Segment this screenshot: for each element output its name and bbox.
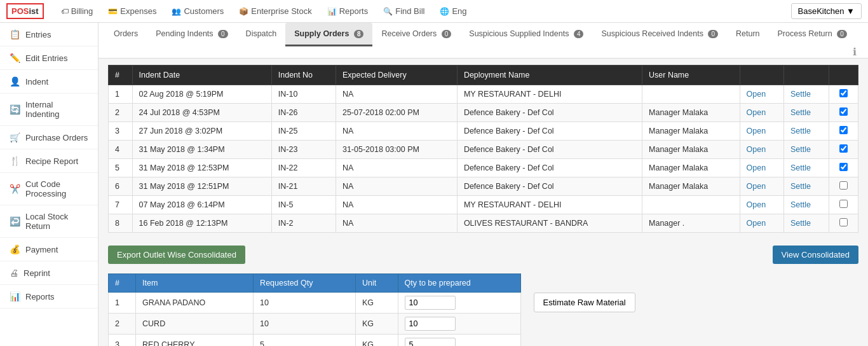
settle-button[interactable]: Settle <box>790 145 811 154</box>
cell-open[interactable]: Open <box>740 141 783 159</box>
cell-expected-delivery: 31-05-2018 03:00 PM <box>336 141 457 159</box>
tab-supply-orders[interactable]: Supply Orders 8 <box>285 23 372 46</box>
row-checkbox[interactable] <box>839 181 848 190</box>
tab-suspicious-received[interactable]: Suspicious Received Indents 0 <box>592 23 727 46</box>
cell-open[interactable]: Open <box>740 214 783 233</box>
nav-find-bill[interactable]: 🔍Find Bill <box>376 0 432 23</box>
sidebar-item-entries[interactable]: 📋 Entries <box>0 23 98 46</box>
cell-checkbox[interactable] <box>829 196 858 214</box>
settle-button[interactable]: Settle <box>790 127 811 135</box>
cell-settle[interactable]: Settle <box>783 141 829 159</box>
sub-cell-qty-prep[interactable] <box>398 335 520 347</box>
sidebar-item-reports[interactable]: 📊 Reports <box>0 285 98 308</box>
sub-col-qty-prepared: Qty to be prepared <box>398 274 520 293</box>
sidebar-item-edit-entries[interactable]: ✏️ Edit Entries <box>0 46 98 70</box>
open-button[interactable]: Open <box>747 163 766 172</box>
col-username: User Name <box>642 66 740 85</box>
cell-checkbox[interactable] <box>829 159 858 177</box>
nav-enterprise-stock[interactable]: 📦Enterprise Stock <box>231 0 319 23</box>
sidebar-item-cut-code-processing[interactable]: ✂️ Cut Code Processing <box>0 173 98 205</box>
cell-username: Manager Malaka <box>642 122 740 141</box>
sidebar-item-reprint[interactable]: 🖨 Reprint <box>0 261 98 285</box>
main-content: Orders Pending Indents 0 Dispatch Supply… <box>98 23 868 346</box>
cell-checkbox[interactable] <box>829 177 858 196</box>
cell-indent-no: IN-23 <box>271 141 336 159</box>
cell-indent-date: 16 Feb 2018 @ 12:13PM <box>132 214 271 233</box>
cell-open[interactable]: Open <box>740 104 783 122</box>
row-checkbox[interactable] <box>839 163 848 171</box>
cell-open[interactable]: Open <box>740 159 783 177</box>
nav-reports[interactable]: 📊Reports <box>320 0 376 23</box>
cell-settle[interactable]: Settle <box>783 214 829 233</box>
cell-checkbox[interactable] <box>829 85 858 104</box>
tab-receive-orders[interactable]: Receive Orders 0 <box>372 23 460 46</box>
sidebar-item-purchase-orders[interactable]: 🛒 Purchase Orders <box>0 126 98 149</box>
row-checkbox[interactable] <box>839 144 848 153</box>
nav-customers[interactable]: 👥Customers <box>164 0 231 23</box>
cell-checkbox[interactable] <box>829 122 858 141</box>
row-checkbox[interactable] <box>839 218 848 226</box>
qty-to-prepare-input[interactable] <box>405 338 456 346</box>
nav-eng[interactable]: 🌐Eng <box>432 0 474 23</box>
cell-username: Manager Malaka <box>642 159 740 177</box>
cell-settle[interactable]: Settle <box>783 85 829 104</box>
open-button[interactable]: Open <box>747 145 766 154</box>
sidebar-item-internal-indenting[interactable]: 🔄 Internal Indenting <box>0 93 98 126</box>
settle-button[interactable]: Settle <box>790 219 811 228</box>
cell-open[interactable]: Open <box>740 177 783 196</box>
sidebar-item-local-stock-return[interactable]: ↩️ Local Stock Return <box>0 205 98 238</box>
view-consolidated-button[interactable]: View Consolidated <box>773 246 858 264</box>
cell-settle[interactable]: Settle <box>783 104 829 122</box>
tab-process-return[interactable]: Process Return 0 <box>769 23 856 46</box>
settle-button[interactable]: Settle <box>790 163 811 172</box>
row-checkbox[interactable] <box>839 89 848 97</box>
tab-dispatch[interactable]: Dispatch <box>237 23 286 46</box>
row-checkbox[interactable] <box>839 107 848 116</box>
settle-button[interactable]: Settle <box>790 108 811 117</box>
export-outlet-consolidated-button[interactable]: Export Outlet Wise Consolidated <box>108 246 245 264</box>
tab-pending-indents[interactable]: Pending Indents 0 <box>147 23 236 46</box>
reprint-icon: 🖨 <box>10 268 18 278</box>
sub-cell-qty-prep[interactable] <box>398 314 520 335</box>
open-button[interactable]: Open <box>747 127 766 135</box>
open-button[interactable]: Open <box>747 90 766 99</box>
cell-settle[interactable]: Settle <box>783 159 829 177</box>
tab-return[interactable]: Return <box>727 23 769 46</box>
settle-button[interactable]: Settle <box>790 200 811 209</box>
bottom-section: Export Outlet Wise Consolidated View Con… <box>98 239 868 346</box>
nav-expenses[interactable]: 💳Expenses <box>100 0 164 23</box>
settle-button[interactable]: Settle <box>790 90 811 99</box>
row-checkbox[interactable] <box>839 126 848 134</box>
open-button[interactable]: Open <box>747 200 766 209</box>
sidebar-item-recipe-report[interactable]: 🍴 Recipe Report <box>0 149 98 173</box>
cell-open[interactable]: Open <box>740 85 783 104</box>
cell-open[interactable]: Open <box>740 122 783 141</box>
cell-checkbox[interactable] <box>829 104 858 122</box>
open-button[interactable]: Open <box>747 219 766 228</box>
sidebar-item-indent[interactable]: 👤 Indent <box>0 70 98 93</box>
nav-billing[interactable]: 🏷Billing <box>53 0 101 23</box>
tab-suspicious-supplied[interactable]: Suspicious Supplied Indents 4 <box>460 23 592 46</box>
estimate-raw-material-button[interactable]: Estimate Raw Material <box>534 293 635 312</box>
cell-settle[interactable]: Settle <box>783 196 829 214</box>
cell-checkbox[interactable] <box>829 214 858 233</box>
cell-settle[interactable]: Settle <box>783 177 829 196</box>
sidebar-item-payment[interactable]: 💰 Payment <box>0 238 98 261</box>
base-kitchen-selector[interactable]: BaseKitchen ▼ <box>791 3 862 19</box>
cell-checkbox[interactable] <box>829 141 858 159</box>
tab-orders[interactable]: Orders <box>105 23 147 46</box>
cell-indent-no: IN-2 <box>271 214 336 233</box>
sub-cell-qty-prep[interactable] <box>398 293 520 314</box>
sub-section-row: # Item Requested Qty Unit Qty to be prep… <box>108 270 858 346</box>
row-checkbox[interactable] <box>839 200 848 208</box>
open-button[interactable]: Open <box>747 108 766 117</box>
cell-open[interactable]: Open <box>740 196 783 214</box>
open-button[interactable]: Open <box>747 182 766 191</box>
cell-username: Manager . <box>642 214 740 233</box>
info-icon[interactable]: ℹ <box>848 46 862 58</box>
qty-to-prepare-input[interactable] <box>405 317 456 331</box>
cell-settle[interactable]: Settle <box>783 122 829 141</box>
table-row: 5 31 May 2018 @ 12:53PM IN-22 NA Defence… <box>109 159 858 177</box>
qty-to-prepare-input[interactable] <box>405 296 456 310</box>
settle-button[interactable]: Settle <box>790 182 811 191</box>
